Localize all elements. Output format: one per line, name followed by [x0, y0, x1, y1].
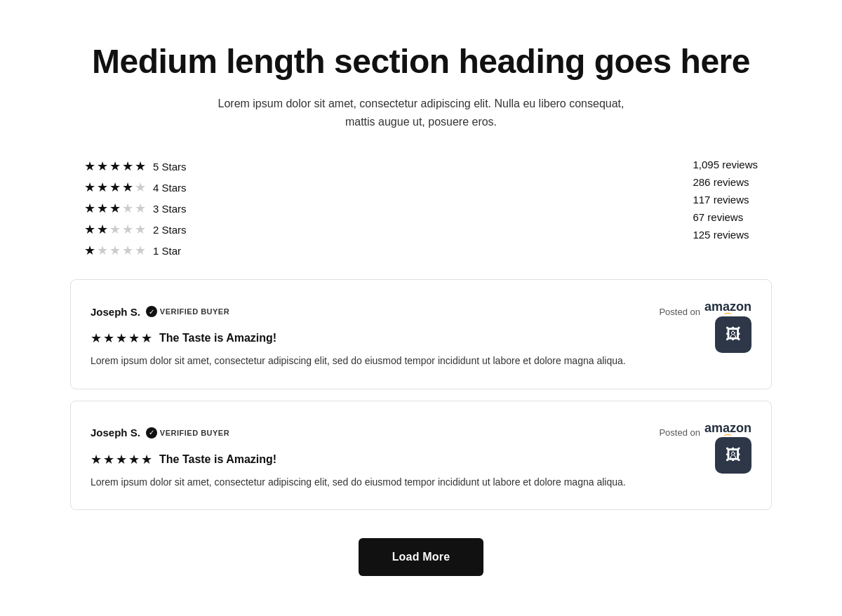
review-count: 67 reviews	[693, 211, 743, 223]
star-empty: ★	[122, 222, 133, 237]
reviewer-info: Joseph S. ✓ VERIFIED BUYER	[91, 306, 229, 318]
review-count: 286 reviews	[693, 176, 749, 188]
star-empty: ★	[135, 243, 146, 258]
stars-display: ★★★★★	[84, 201, 146, 216]
section-heading: Medium length section heading goes here	[70, 42, 772, 81]
star-filled: ★	[91, 452, 102, 467]
star-filled: ★	[122, 159, 133, 174]
review-count: 117 reviews	[693, 194, 749, 206]
load-more-button[interactable]: Load More	[359, 538, 484, 576]
star-filled: ★	[116, 330, 127, 346]
load-more-container: Load More	[70, 538, 772, 576]
reviewer-name: Joseph S.	[91, 427, 140, 438]
review-header: Joseph S. ✓ VERIFIED BUYER Posted on ama…	[91, 300, 751, 323]
rating-row: ★★★★★ 1 Star	[84, 243, 187, 258]
rating-count-row: 125 reviews	[693, 229, 758, 241]
review-card: Joseph S. ✓ VERIFIED BUYER Posted on ama…	[70, 279, 772, 389]
star-empty: ★	[122, 201, 133, 216]
reviews-list: Joseph S. ✓ VERIFIED BUYER Posted on ama…	[70, 279, 772, 510]
star-filled: ★	[141, 452, 152, 467]
star-filled: ★	[128, 452, 140, 467]
review-count: 125 reviews	[693, 229, 749, 241]
star-filled: ★	[122, 180, 133, 195]
star-filled: ★	[141, 330, 152, 346]
star-filled: ★	[97, 180, 108, 195]
star-filled: ★	[109, 201, 121, 216]
stars-display: ★★★★★	[84, 159, 146, 174]
verified-badge: ✓ VERIFIED BUYER	[146, 306, 229, 317]
image-icon: 🖼	[726, 326, 741, 344]
star-empty: ★	[109, 243, 121, 258]
stars-display: ★★★★★	[84, 180, 146, 195]
verified-text: VERIFIED BUYER	[160, 307, 229, 316]
review-body: Lorem ipsum dolor sit amet, consectetur …	[91, 353, 751, 368]
star-label: 5 Stars	[153, 161, 187, 173]
review-card: Joseph S. ✓ VERIFIED BUYER Posted on ama…	[70, 401, 772, 510]
star-filled: ★	[84, 159, 95, 174]
review-stars: ★★★★★	[91, 452, 152, 467]
image-icon: 🖼	[726, 446, 741, 464]
star-filled: ★	[84, 201, 95, 216]
star-label: 4 Stars	[153, 182, 187, 194]
review-title-row: ★★★★★ The Taste is Amazing!	[91, 330, 751, 346]
stars-display: ★★★★★	[84, 222, 146, 237]
rating-count-row: 286 reviews	[693, 176, 758, 188]
star-filled: ★	[109, 180, 121, 195]
star-empty: ★	[97, 243, 108, 258]
star-filled: ★	[135, 159, 146, 174]
review-stars: ★★★★★	[91, 330, 152, 346]
rating-row: ★★★★★ 5 Stars	[84, 159, 187, 174]
verified-badge: ✓ VERIFIED BUYER	[146, 427, 229, 438]
section-subheading: Lorem ipsum dolor sit amet, consectetur …	[210, 95, 632, 130]
review-image: 🖼	[715, 437, 751, 474]
star-filled: ★	[91, 330, 102, 346]
star-empty: ★	[135, 222, 146, 237]
star-empty: ★	[135, 201, 146, 216]
ratings-right: 1,095 reviews286 reviews117 reviews67 re…	[693, 159, 758, 241]
verified-icon: ✓	[146, 306, 157, 317]
section-header: Medium length section heading goes here …	[70, 42, 772, 130]
star-filled: ★	[103, 452, 114, 467]
verified-text: VERIFIED BUYER	[160, 429, 229, 437]
rating-row: ★★★★★ 3 Stars	[84, 201, 187, 216]
rating-row: ★★★★★ 2 Stars	[84, 222, 187, 237]
star-filled: ★	[109, 159, 121, 174]
star-filled: ★	[128, 330, 140, 346]
reviewer-name: Joseph S.	[91, 306, 140, 318]
star-filled: ★	[97, 159, 108, 174]
star-label: 1 Star	[153, 245, 181, 257]
star-filled: ★	[84, 180, 95, 195]
reviewer-info: Joseph S. ✓ VERIFIED BUYER	[91, 427, 229, 438]
rating-count-row: 1,095 reviews	[693, 159, 758, 170]
review-count: 1,095 reviews	[693, 159, 758, 170]
stars-display: ★★★★★	[84, 243, 146, 258]
review-title: The Taste is Amazing!	[159, 332, 276, 344]
rating-row: ★★★★★ 4 Stars	[84, 180, 187, 195]
star-label: 2 Stars	[153, 224, 187, 236]
review-header: Joseph S. ✓ VERIFIED BUYER Posted on ama…	[91, 421, 751, 445]
ratings-summary: ★★★★★ 5 Stars ★★★★★ 4 Stars ★★★★★ 3 Star…	[70, 159, 772, 258]
review-title: The Taste is Amazing!	[159, 453, 276, 466]
star-filled: ★	[103, 330, 114, 346]
review-body: Lorem ipsum dolor sit amet, consectetur …	[91, 474, 751, 490]
star-empty: ★	[122, 243, 133, 258]
posted-on-label: Posted on	[659, 307, 700, 317]
star-filled: ★	[84, 243, 95, 258]
posted-on-label: Posted on	[659, 427, 700, 438]
rating-count-row: 67 reviews	[693, 211, 758, 223]
rating-count-row: 117 reviews	[693, 194, 758, 206]
review-title-row: ★★★★★ The Taste is Amazing!	[91, 452, 751, 467]
verified-icon: ✓	[146, 427, 157, 438]
star-empty: ★	[109, 222, 121, 237]
star-empty: ★	[135, 180, 146, 195]
review-image: 🖼	[715, 316, 751, 353]
star-filled: ★	[84, 222, 95, 237]
star-label: 3 Stars	[153, 203, 187, 215]
star-filled: ★	[116, 452, 127, 467]
star-filled: ★	[97, 201, 108, 216]
star-filled: ★	[97, 222, 108, 237]
ratings-left: ★★★★★ 5 Stars ★★★★★ 4 Stars ★★★★★ 3 Star…	[84, 159, 187, 258]
